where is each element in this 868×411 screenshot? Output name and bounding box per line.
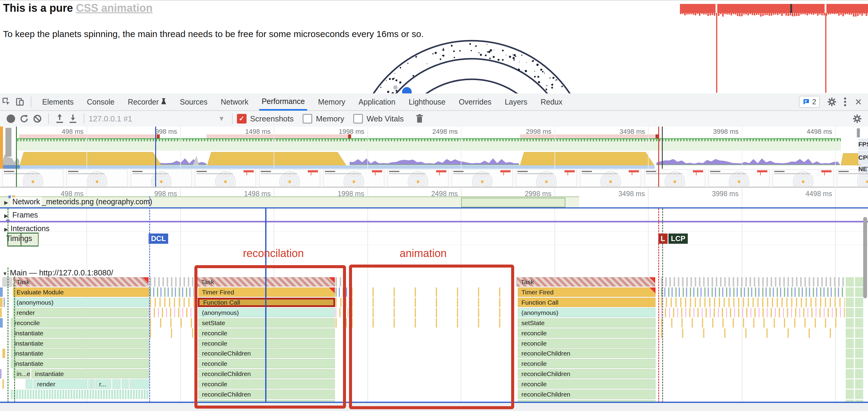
screenshot-thumbnail[interactable] [195, 169, 256, 187]
tab-console[interactable]: Console [84, 94, 117, 110]
page-title-text: This is a pure [3, 2, 76, 14]
checkbox-web-vitals[interactable] [353, 114, 363, 124]
main-collapse-icon[interactable]: ▼ [2, 271, 7, 277]
tab-network[interactable]: Network [218, 94, 251, 110]
garbage-collect-icon[interactable] [413, 112, 426, 125]
flame-bar-anonymous[interactable]: (anonymous) [518, 308, 655, 317]
flame-bar-render[interactable]: render [33, 379, 87, 389]
profile-select-caret-icon[interactable]: ▼ [218, 115, 225, 123]
tab-memory[interactable]: Memory [315, 94, 347, 110]
tab-performance[interactable]: Performance [259, 93, 307, 110]
flame-bar[interactable] [113, 379, 121, 389]
minor-task-stripes [846, 339, 864, 348]
flame-bar-task[interactable]: Task [13, 277, 149, 287]
screenshot-thumbnail[interactable] [773, 169, 834, 187]
flame-bar-reconcilechildren[interactable]: reconcileChildren [518, 389, 655, 399]
flame-bar-evaluatemodule[interactable]: Evaluate Module [13, 287, 149, 297]
page-title: This is a pure CSS animation [3, 2, 153, 14]
screenshot-thumbnail[interactable] [131, 169, 192, 187]
flame-bar-instantiate[interactable]: instantiate [11, 328, 149, 338]
dcl-badge[interactable]: DCL [149, 233, 168, 244]
device-toolbar-icon[interactable] [13, 95, 27, 108]
flame-bar-instantiate[interactable]: instantiate [31, 369, 149, 378]
tab-layers[interactable]: Layers [502, 94, 530, 110]
css-animation-link[interactable]: CSS animation [76, 2, 153, 14]
overview-longtask-bar [19, 134, 160, 138]
screenshot-thumbnail[interactable] [452, 169, 513, 187]
timings-lane-text: Timings [6, 234, 32, 243]
flame-bar-timerfired[interactable]: Timer Fired [518, 287, 655, 297]
more-options-kebab-icon[interactable] [838, 95, 852, 108]
screenshot-thumbnail[interactable] [516, 169, 577, 187]
network-expand-icon[interactable]: ▶ [4, 200, 8, 205]
flame-bar[interactable] [11, 389, 149, 399]
annotation-box-animation [349, 264, 514, 409]
frames-lane[interactable] [0, 209, 868, 220]
fcp-marker-line-flame [14, 277, 15, 402]
checkbox-label-screenshots: Screenshots [250, 114, 294, 124]
flame-bar[interactable] [91, 379, 95, 389]
screenshot-thumbnail[interactable] [580, 169, 641, 187]
tab-redux[interactable]: Redux [538, 94, 565, 110]
screenshot-thumbnail[interactable] [259, 169, 320, 187]
screenshot-thumbnail[interactable] [2, 169, 63, 187]
flame-bar-instantiate[interactable]: instantiate [11, 359, 149, 368]
tab-recorder[interactable]: Recorder [125, 94, 169, 110]
flame-bar-r[interactable]: r... [96, 379, 111, 389]
main-thread-header[interactable]: ▼Main — http://127.0.0.1:8080/ [2, 268, 113, 278]
tab-sources[interactable]: Sources [178, 94, 210, 110]
flame-bar[interactable] [2, 277, 12, 287]
clear-recording-icon[interactable] [31, 112, 44, 125]
main-ruler-label: 3498 ms [597, 190, 645, 198]
capture-settings-gear-icon[interactable] [850, 112, 864, 125]
load-profile-icon[interactable] [53, 112, 66, 125]
checkbox-memory[interactable] [303, 114, 312, 124]
save-profile-icon[interactable] [66, 112, 80, 125]
screenshot-thumbnail[interactable] [323, 169, 384, 187]
tab-overrides[interactable]: Overrides [456, 94, 494, 110]
tab-elements[interactable]: Elements [40, 94, 76, 110]
tab-application[interactable]: Application [356, 94, 398, 110]
flame-bar[interactable] [122, 379, 129, 389]
issues-badge[interactable]: 2 [799, 96, 820, 108]
inspect-element-icon[interactable] [0, 95, 13, 108]
fp-marker-line-main [7, 209, 8, 245]
overview-scroll-chip [857, 128, 860, 137]
screenshot-filmstrip[interactable] [0, 169, 868, 188]
flame-bar-ine[interactable]: in...e [13, 369, 30, 378]
screenshot-thumbnail[interactable] [709, 169, 770, 187]
network-request-bar[interactable] [461, 198, 565, 207]
flame-bar-reconcile[interactable]: reconcile [518, 379, 655, 389]
flame-bar-task[interactable]: Task [517, 277, 655, 287]
flame-bar[interactable] [26, 379, 33, 389]
flame-bar-reconcile[interactable]: reconcile [518, 339, 655, 348]
flame-bar-functioncall[interactable]: Function Call [518, 298, 655, 307]
screenshot-thumbnail[interactable] [67, 169, 127, 187]
lcp-badge[interactable]: LCP [669, 233, 688, 244]
profile-select[interactable]: 127.0.0.1 #1 [89, 114, 218, 124]
screenshot-thumbnail[interactable] [388, 169, 448, 187]
flame-bar-setstate[interactable]: setState [518, 318, 655, 327]
flame-bar-render[interactable]: render [13, 308, 149, 317]
flame-bar-anonymous[interactable]: (anonymous) [13, 298, 149, 307]
minor-task-stripes [661, 328, 845, 338]
record-button[interactable] [4, 112, 18, 125]
flame-bar[interactable] [130, 379, 149, 389]
flame-bar-reconcilechildren[interactable]: reconcileChildren [518, 369, 655, 378]
checkbox-screenshots[interactable]: ✓ [237, 114, 247, 124]
settings-gear-icon[interactable] [825, 95, 838, 108]
screenshot-thumbnail[interactable] [644, 169, 705, 187]
flame-bar-reconcilechildren[interactable]: reconcileChildren [518, 349, 655, 358]
flame-bar-reconcile[interactable]: reconcile [518, 359, 655, 368]
flame-bar-instantiate[interactable]: instantiate [11, 339, 149, 348]
close-devtools-icon[interactable]: × [852, 95, 865, 108]
main-thread-title: Main — http://127.0.0.1:8080/ [10, 268, 113, 277]
tab-lighthouse[interactable]: Lighthouse [406, 94, 448, 110]
thumbnail-image [645, 170, 705, 187]
reload-and-record-button[interactable] [18, 112, 31, 125]
flame-bar-instantiate[interactable]: instantiate [11, 349, 149, 358]
flame-bar-reconcile[interactable]: reconcile [518, 328, 655, 338]
vertical-scrollbar[interactable] [863, 217, 867, 298]
minor-task-stripes [846, 277, 864, 287]
flame-bar-reconcile[interactable]: reconcile [11, 318, 149, 327]
